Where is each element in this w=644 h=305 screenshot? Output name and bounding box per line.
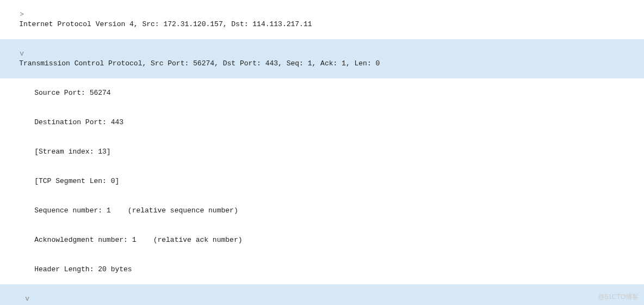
tcp-flags-row[interactable]: v Flags: 0x010 (ACK) [0, 284, 644, 305]
tcp-src-port[interactable]: Source Port: 56274 [0, 78, 644, 108]
watermark: @51CTO博客 [598, 292, 639, 302]
chevron-down-icon[interactable]: v [19, 49, 24, 59]
tcp-segment-len[interactable]: [TCP Segment Len: 0] [0, 167, 644, 196]
tcp-ack-num[interactable]: Acknowledgment number: 1 (relative ack n… [0, 225, 644, 255]
tcp-seq-num[interactable]: Sequence number: 1 (relative sequence nu… [0, 196, 644, 225]
ip-header-text: Internet Protocol Version 4, Src: 172.31… [19, 20, 312, 28]
packet-details-tree: > Internet Protocol Version 4, Src: 172.… [0, 0, 644, 305]
ip-header-row[interactable]: > Internet Protocol Version 4, Src: 172.… [0, 0, 644, 39]
chevron-right-icon[interactable]: > [19, 10, 24, 20]
tcp-dst-port[interactable]: Destination Port: 443 [0, 108, 644, 137]
tcp-header-len[interactable]: Header Length: 20 bytes [0, 255, 644, 284]
tcp-header-row[interactable]: v Transmission Control Protocol, Src Por… [0, 39, 644, 78]
tcp-header-text: Transmission Control Protocol, Src Port:… [19, 59, 380, 68]
chevron-down-icon[interactable]: v [24, 294, 30, 304]
tcp-stream-index[interactable]: [Stream index: 13] [0, 137, 644, 167]
